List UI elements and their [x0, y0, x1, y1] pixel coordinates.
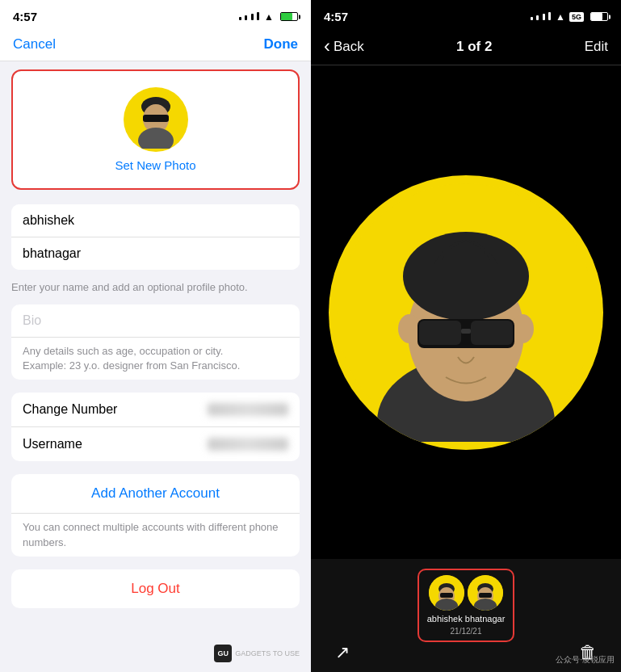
profile-photo-section[interactable]: Set New Photo [11, 69, 300, 190]
svg-point-10 [511, 314, 534, 343]
change-number-label: Change Number [23, 402, 117, 417]
logout-section: Log Out [11, 569, 300, 608]
thumbnail-date: 21/12/21 [451, 627, 482, 636]
avatar-image [127, 90, 185, 149]
wifi-icon-right: ▲ [556, 11, 565, 23]
status-icons-left: ▲ [239, 11, 298, 23]
edit-button[interactable]: Edit [585, 39, 608, 55]
main-photo [329, 175, 603, 450]
watermark-left: GU GADGETS TO USE [214, 645, 300, 662]
watermark-right-text: 公众号·凌锐应用 [556, 654, 615, 666]
status-icons-right: ▲ 5G [531, 11, 608, 23]
first-name-field[interactable]: abhishek [11, 204, 300, 237]
svg-rect-23 [479, 593, 492, 598]
photo-viewer [311, 65, 621, 559]
name-hint: Enter your name and add an optional prof… [0, 276, 311, 298]
time-right: 4:57 [324, 10, 348, 23]
svg-rect-12 [419, 321, 461, 345]
status-bar-right: 4:57 ▲ 5G [311, 0, 621, 28]
watermark-right: 公众号·凌锐应用 [556, 654, 615, 666]
thumbnail-images [429, 575, 503, 611]
settings-section: Change Number Username [11, 393, 300, 461]
signal-icon-left [239, 11, 260, 23]
thumb-img-2 [468, 575, 503, 611]
svg-rect-18 [440, 593, 453, 598]
chevron-left-icon [324, 36, 330, 57]
battery-icon-left [280, 12, 298, 21]
profile-photo-large [337, 183, 595, 442]
done-button[interactable]: Done [264, 36, 299, 52]
add-account-hint: You can connect multiple accounts with d… [11, 514, 300, 556]
last-name-field[interactable]: bhatnagar [11, 237, 300, 270]
nav-bar-left: Cancel Done [0, 28, 311, 61]
svg-rect-14 [461, 329, 471, 334]
5g-badge: 5G [569, 12, 584, 22]
add-account-button[interactable]: Add Another Account [11, 474, 300, 514]
phone-number-value [208, 403, 288, 416]
photo-counter: 1 of 2 [456, 39, 492, 55]
svg-rect-13 [471, 321, 513, 345]
watermark-text: GADGETS TO USE [235, 649, 300, 657]
thumbnail-name: abhishek bhatnagar [427, 614, 506, 624]
username-label: Username [23, 437, 82, 452]
battery-icon-right [590, 12, 608, 21]
change-number-row[interactable]: Change Number [11, 393, 300, 427]
username-row[interactable]: Username [11, 427, 300, 461]
bio-hint: Any details such as age, occupation or c… [11, 338, 300, 380]
name-form-section: abhishek bhatnagar [11, 204, 300, 270]
thumbnail-row: abhishek bhatnagar 21/12/21 [327, 569, 605, 642]
left-panel: 4:57 ▲ Cancel Done [0, 0, 311, 672]
time-left: 4:57 [13, 10, 37, 23]
nav-bar-right: Back 1 of 2 Edit [311, 28, 621, 65]
svg-rect-3 [143, 115, 169, 122]
set-photo-label[interactable]: Set New Photo [115, 158, 195, 172]
thumbnail-container: abhishek bhatnagar 21/12/21 [417, 569, 515, 642]
svg-point-9 [398, 314, 421, 343]
thumb-avatar-1 [429, 575, 464, 611]
cancel-button[interactable]: Cancel [13, 36, 56, 52]
back-button[interactable]: Back [324, 36, 364, 57]
right-panel: 4:57 ▲ 5G Back 1 of 2 Edit [311, 0, 621, 672]
watermark-logo: GU [214, 645, 232, 662]
back-label: Back [334, 39, 364, 55]
status-bar-left: 4:57 ▲ [0, 0, 311, 28]
share-icon[interactable]: ↗ [335, 642, 350, 663]
signal-icon-right [531, 11, 552, 23]
thumb-avatar-2 [468, 575, 503, 611]
thumb-img-1 [429, 575, 464, 611]
wifi-icon-left: ▲ [264, 11, 274, 23]
logout-button[interactable]: Log Out [11, 569, 300, 608]
add-account-section: Add Another Account You can connect mult… [11, 474, 300, 556]
username-value [208, 438, 288, 451]
avatar[interactable] [124, 87, 188, 152]
bio-field[interactable]: Bio [11, 304, 300, 338]
bio-section: Bio Any details such as age, occupation … [11, 304, 300, 380]
